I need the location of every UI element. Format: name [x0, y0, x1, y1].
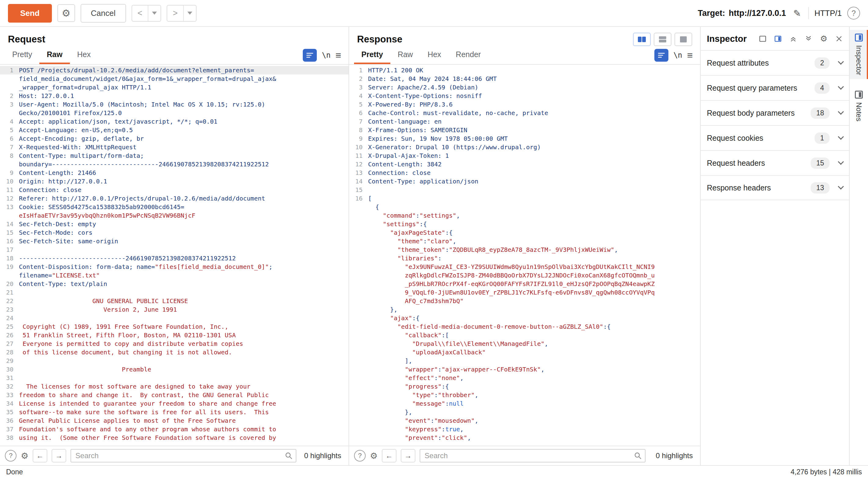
code-line[interactable]: Gecko/20100101 Firefox/125.0: [0, 109, 348, 117]
code-line[interactable]: 31: [0, 374, 348, 382]
nonprinting-toggle-button[interactable]: \n: [322, 51, 331, 60]
code-line[interactable]: 2Date: Sat, 04 May 2024 18:44:06 GMT: [349, 74, 700, 83]
tab-pretty[interactable]: Pretty: [5, 47, 39, 64]
code-line[interactable]: 34License is intended to guarantee your …: [0, 399, 348, 408]
editor-menu-button[interactable]: ≡: [687, 50, 693, 60]
code-line[interactable]: 22 GNU GENERAL PUBLIC LICENSE: [0, 297, 348, 305]
code-line[interactable]: 11Connection: close: [0, 186, 348, 194]
inspector-section-request-body-parameters[interactable]: Request body parameters18: [701, 100, 849, 125]
code-line[interactable]: 32 The licenses for most software are de…: [0, 382, 348, 391]
code-line[interactable]: AFQ_c7md3shm7bQ": [349, 297, 700, 305]
search-settings-button[interactable]: ⚙: [21, 451, 28, 461]
code-line[interactable]: 38using it. (Some other Free Software Fo…: [0, 434, 348, 442]
inspector-collapse-all-button[interactable]: [787, 33, 799, 44]
search-next-button[interactable]: →: [401, 449, 415, 462]
search-help-button[interactable]: ?: [354, 450, 366, 461]
code-line[interactable]: "effect":"none",: [349, 374, 700, 382]
code-line[interactable]: filename="LICENSE.txt": [0, 271, 348, 279]
inspector-section-request-attributes[interactable]: Request attributes2: [701, 50, 849, 75]
tab-hex[interactable]: Hex: [70, 47, 98, 64]
code-line[interactable]: 13Connection: close: [349, 169, 700, 177]
code-line[interactable]: 33freedom to share and change it. By con…: [0, 391, 348, 399]
edit-target-button[interactable]: ✎: [792, 7, 803, 20]
inspector-settings-button[interactable]: ⚙: [818, 33, 830, 44]
code-line[interactable]: 29: [0, 357, 348, 365]
code-line[interactable]: "eJx9UNFuwzAI_CE3-YZ9SUUIWdmw8Qyu1n19nSp…: [349, 263, 700, 271]
tab-render[interactable]: Render: [448, 47, 488, 64]
side-tab-notes[interactable]: Notes: [850, 87, 868, 125]
inspector-section-request-query-parameters[interactable]: Request query parameters4: [701, 75, 849, 100]
nonprinting-toggle-button[interactable]: \n: [673, 51, 682, 60]
history-back-button[interactable]: <: [132, 5, 148, 21]
code-line[interactable]: field_media_document/widget/0&ajax_form=…: [0, 74, 348, 83]
code-line[interactable]: boundary=-----------------------------24…: [0, 160, 348, 169]
wrap-toggle-button[interactable]: [303, 49, 317, 62]
code-line[interactable]: 12Content-Length: 3842: [349, 160, 700, 169]
code-line[interactable]: 9Expires: Sun, 19 Nov 1978 05:00:00 GMT: [349, 134, 700, 143]
inspector-close-button[interactable]: [833, 33, 845, 44]
search-input[interactable]: [70, 449, 296, 462]
history-forward-button[interactable]: >: [167, 5, 183, 21]
code-line[interactable]: 36General Public License applies to most…: [0, 416, 348, 425]
code-line[interactable]: "command":"settings",: [349, 211, 700, 220]
code-line[interactable]: "ajax":{: [349, 314, 700, 322]
cancel-button[interactable]: Cancel: [81, 4, 126, 23]
code-line[interactable]: _wrapper_format=drupal_ajax HTTP/1.1: [0, 83, 348, 92]
code-line[interactable]: 5X-Powered-By: PHP/8.3.6: [349, 100, 700, 109]
code-line[interactable]: 9_VQqLf0-JjUEwn8U1ov0EY_rZPBLJ1Yc7KLFsfq…: [349, 288, 700, 297]
code-line[interactable]: 27 Everyone is permitted to copy and dis…: [0, 339, 348, 348]
code-line[interactable]: "keypress":true,: [349, 425, 700, 434]
code-line[interactable]: 10Origin: http://127.0.0.1: [0, 177, 348, 186]
wrap-toggle-button[interactable]: [654, 49, 669, 62]
code-line[interactable]: eIsHfaaETVr3av95yvbqQhzn0kom1P5wPcNSqB2V…: [0, 211, 348, 220]
code-line[interactable]: 6Cache-Control: must-revalidate, no-cach…: [349, 109, 700, 117]
send-button[interactable]: Send: [8, 4, 52, 23]
inspector-section-request-headers[interactable]: Request headers15: [701, 150, 849, 175]
code-line[interactable]: 9Content-Length: 21466: [0, 169, 348, 177]
code-line[interactable]: _pS9HLbR7ROcrPX4f-eqKGrOQ00FAFYFsR7IFZL9…: [349, 279, 700, 288]
code-line[interactable]: "message":null: [349, 399, 700, 408]
code-line[interactable]: 30 Preamble: [0, 365, 348, 374]
code-line[interactable]: "settings":{: [349, 220, 700, 228]
code-line[interactable]: "ajaxPageState":{: [349, 228, 700, 237]
rows-layout-button[interactable]: [654, 33, 672, 46]
tab-hex[interactable]: Hex: [420, 47, 448, 64]
code-line[interactable]: 5Accept-Language: en-US,en;q=0.5: [0, 126, 348, 134]
single-layout-button[interactable]: [675, 33, 692, 46]
code-line[interactable]: {: [349, 203, 700, 211]
code-line[interactable]: "theme_token":"ZQDBULqR8_eypZ8eA78_8azcT…: [349, 245, 700, 254]
code-line[interactable]: 35software--to make sure the software is…: [0, 408, 348, 416]
code-line[interactable]: 20Content-Type: text/plain: [0, 279, 348, 288]
code-line[interactable]: zqRlkgDdlcFWZoISJP8-ZM40dBBQoOrbX7DYsLJ2…: [349, 271, 700, 279]
tab-raw[interactable]: Raw: [390, 47, 420, 64]
code-line[interactable]: 13Cookie: SESS05d4275ca1538832b5ab92000b…: [0, 203, 348, 211]
code-line[interactable]: "Drupal\\file\\Element\\ManagedFile",: [349, 339, 700, 348]
code-line[interactable]: 1HTTP/1.1 200 OK: [349, 66, 700, 74]
history-forward-dropdown[interactable]: [183, 5, 196, 21]
code-line[interactable]: 4X-Content-Type-Options: nosniff: [349, 92, 700, 100]
code-line[interactable]: 16Sec-Fetch-Site: same-origin: [0, 237, 348, 245]
code-line[interactable]: 11X-Drupal-Ajax-Token: 1: [349, 151, 700, 160]
code-line[interactable]: 6Accept-Encoding: gzip, deflate, br: [0, 134, 348, 143]
code-line[interactable]: 4Accept: application/json, text/javascri…: [0, 117, 348, 126]
code-line[interactable]: },: [349, 305, 700, 314]
tab-pretty[interactable]: Pretty: [354, 47, 390, 64]
history-back-dropdown[interactable]: [148, 5, 160, 21]
request-editor[interactable]: 1POST /Projects/drupal-10.2.6/media/add/…: [0, 65, 348, 446]
code-line[interactable]: 25 Copyright (C) 1989, 1991 Free Softwar…: [0, 322, 348, 331]
send-settings-button[interactable]: ⚙: [57, 4, 75, 22]
search-prev-button[interactable]: ←: [33, 449, 47, 462]
code-line[interactable]: "event":"mousedown",: [349, 416, 700, 425]
search-help-button[interactable]: ?: [5, 450, 17, 461]
search-prev-button[interactable]: ←: [382, 449, 397, 462]
inspector-split-view-button[interactable]: [772, 33, 784, 44]
code-line[interactable]: 2Host: 127.0.0.1: [0, 92, 348, 100]
code-line[interactable]: 7Content-language: en: [349, 117, 700, 126]
code-line[interactable]: 3User-Agent: Mozilla/5.0 (Macintosh; Int…: [0, 100, 348, 109]
code-line[interactable]: 12Referer: http://127.0.0.1/Projects/dru…: [0, 194, 348, 203]
code-line[interactable]: "type":"throbber",: [349, 391, 700, 399]
code-line[interactable]: 16[: [349, 194, 700, 203]
code-line[interactable]: "theme":"claro",: [349, 237, 700, 245]
code-line[interactable]: 7X-Requested-With: XMLHttpRequest: [0, 143, 348, 151]
columns-layout-button[interactable]: [633, 33, 651, 46]
